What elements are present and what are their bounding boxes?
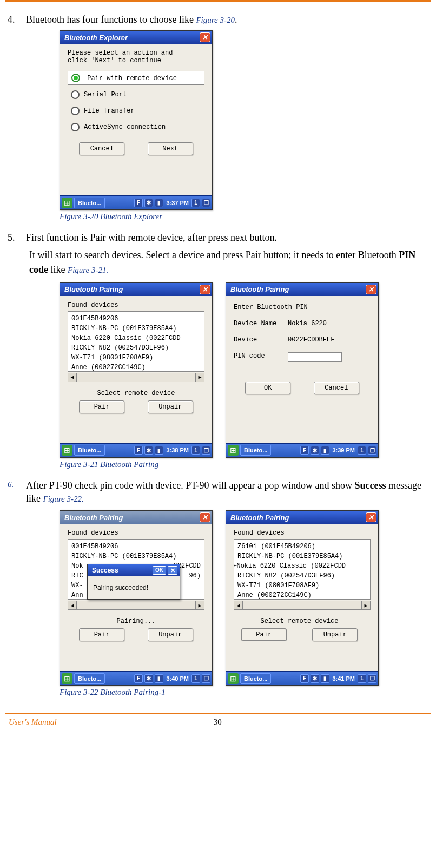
one-icon[interactable]: 1 (358, 674, 366, 683)
list-item[interactable]: RICKLY N82 (002547D3EF96) (71, 343, 201, 353)
close-icon[interactable]: ✕ (168, 566, 177, 575)
device-list[interactable]: 001E45B49206 RICKLY-NB-PC (001E379E85A4)… (68, 311, 204, 372)
window-titlebar[interactable]: Bluetooth Explorer ✕ (60, 31, 212, 44)
scroll-track[interactable] (77, 373, 195, 382)
windows-icon[interactable]: ❐ (368, 674, 376, 683)
close-icon[interactable]: ✕ (200, 32, 210, 42)
popup-titlebar[interactable]: Success OK ✕ (88, 564, 180, 576)
f-icon[interactable]: F (134, 199, 143, 207)
next-button[interactable]: Next (148, 142, 193, 155)
radio-icon[interactable] (71, 107, 80, 115)
pair-button[interactable]: Pair (79, 628, 124, 641)
radio-icon[interactable] (71, 90, 80, 99)
one-icon[interactable]: 1 (191, 199, 200, 207)
battery-icon[interactable]: ▮ (155, 674, 163, 683)
taskbar-app[interactable]: Blueto... (74, 673, 105, 684)
bluetooth-icon[interactable]: ✱ (144, 446, 153, 455)
option-row-selected[interactable]: Pair with remote device (68, 71, 204, 85)
one-icon[interactable]: 1 (191, 446, 200, 455)
bluetooth-icon[interactable]: ✱ (311, 674, 319, 683)
close-icon[interactable]: ✕ (366, 512, 376, 522)
battery-icon[interactable]: ▮ (155, 446, 163, 455)
battery-icon[interactable]: ▮ (155, 199, 163, 207)
h-scrollbar[interactable]: ◀ ▶ (234, 601, 371, 610)
taskbar-app[interactable]: Blueto... (240, 445, 271, 456)
scroll-left-icon[interactable]: ◀ (68, 373, 77, 382)
unpair-button[interactable]: Unpair (312, 628, 358, 641)
bluetooth-icon[interactable]: ✱ (144, 199, 153, 207)
bluetooth-icon[interactable]: ✱ (144, 674, 153, 683)
start-icon[interactable]: ⊞ (62, 445, 72, 456)
list-item[interactable]: WX-T71 (08001F708AF9) (237, 581, 367, 590)
cancel-button[interactable]: Cancel (79, 142, 124, 155)
scroll-right-icon[interactable]: ▶ (195, 601, 204, 610)
cancel-button[interactable]: Cancel (314, 382, 359, 394)
scroll-track[interactable] (243, 601, 361, 610)
taskbar[interactable]: ⊞ Blueto... F ✱ ▮ 3:41 PM 1 ❐ (226, 671, 378, 685)
list-item[interactable]: 001E45B49206 (71, 542, 201, 551)
windows-icon[interactable]: ❐ (202, 446, 210, 455)
battery-icon[interactable]: ▮ (321, 446, 329, 455)
battery-icon[interactable]: ▮ (321, 674, 329, 683)
one-icon[interactable]: 1 (191, 674, 200, 683)
taskbar-app[interactable]: Blueto... (240, 673, 271, 684)
popup-ok-button[interactable]: OK (153, 566, 166, 575)
taskbar[interactable]: ⊞ Blueto... F ✱ ▮ 3:39 PM 1 ❐ (226, 443, 378, 457)
window-titlebar[interactable]: Bluetooth Pairing ✕ (226, 283, 378, 296)
scroll-right-icon[interactable]: ▶ (195, 373, 204, 382)
window-titlebar[interactable]: Bluetooth Pairing ✕ (226, 511, 378, 524)
taskbar-app[interactable]: Blueto... (74, 198, 105, 208)
option-row[interactable]: ActiveSync connection (71, 123, 204, 131)
unpair-button[interactable]: Unpair (148, 628, 193, 641)
windows-icon[interactable]: ❐ (202, 199, 210, 207)
pair-button[interactable]: Pair (241, 628, 287, 641)
pair-button[interactable]: Pair (79, 400, 124, 413)
windows-icon[interactable]: ❐ (202, 674, 210, 683)
taskbar[interactable]: ⊞ Blueto... F ✱ ▮ 3:37 PM 1 ❐ (60, 195, 212, 209)
list-item[interactable]: Nokia 6220 Classic (0022FCDD (71, 333, 201, 343)
taskbar[interactable]: ⊞ Blueto... F ✱ ▮ 3:40 PM 1 ❐ (60, 671, 212, 685)
window-titlebar[interactable]: Bluetooth Pairing ✕ (60, 511, 212, 524)
list-item[interactable]: RICKLY-NB-PC (001E379E85A4) (237, 551, 367, 561)
radio-icon[interactable] (71, 123, 80, 131)
h-scrollbar[interactable]: ◀ ▶ (68, 601, 204, 610)
pin-code-input[interactable] (288, 352, 342, 362)
start-icon[interactable]: ⊞ (62, 198, 72, 208)
scroll-right-icon[interactable]: ▶ (361, 601, 371, 610)
unpair-button[interactable]: Unpair (148, 400, 193, 413)
windows-icon[interactable]: ❐ (368, 446, 376, 455)
one-icon[interactable]: 1 (358, 446, 366, 455)
list-item-paired[interactable]: O⟜Nokia 6220 Classic (0022FCDD (234, 561, 367, 571)
f-icon[interactable]: F (134, 446, 143, 455)
close-icon[interactable]: ✕ (366, 285, 376, 294)
list-item[interactable]: RICKLY-NB-PC (001E379E85A4) (71, 551, 201, 561)
f-icon[interactable]: F (134, 674, 143, 683)
list-item[interactable]: 001E45B49206 (71, 314, 201, 324)
scroll-left-icon[interactable]: ◀ (234, 601, 243, 610)
start-icon[interactable]: ⊞ (228, 445, 239, 456)
f-icon[interactable]: F (300, 674, 309, 683)
h-scrollbar[interactable]: ◀ ▶ (68, 373, 204, 382)
option-row[interactable]: Serial Port (71, 90, 204, 99)
f-icon[interactable]: F (300, 446, 309, 455)
window-titlebar[interactable]: Bluetooth Pairing ✕ (60, 283, 212, 296)
ok-button[interactable]: OK (245, 382, 290, 394)
start-icon[interactable]: ⊞ (228, 673, 239, 684)
taskbar-app[interactable]: Blueto... (74, 445, 105, 456)
list-item[interactable]: RICKLY N82 (002547D3EF96) (237, 571, 367, 581)
option-row[interactable]: File Transfer (71, 107, 204, 115)
list-item[interactable]: WX-T71 (08001F708AF9) (71, 353, 201, 363)
device-list[interactable]: Z610i (001E45B49206) RICKLY-NB-PC (001E3… (234, 539, 371, 600)
list-item[interactable]: RICKLY-NB-PC (001E379E85A4) (71, 324, 201, 333)
list-item[interactable]: Anne (000272CC149C) (71, 363, 201, 372)
close-icon[interactable]: ✕ (200, 285, 210, 294)
close-icon[interactable]: ✕ (200, 512, 210, 522)
start-icon[interactable]: ⊞ (62, 673, 72, 684)
bluetooth-icon[interactable]: ✱ (311, 446, 319, 455)
scroll-track[interactable] (77, 601, 195, 610)
radio-icon[interactable] (71, 74, 80, 82)
list-item[interactable]: Anne (000272CC149C) (237, 590, 367, 600)
scroll-left-icon[interactable]: ◀ (68, 601, 77, 610)
taskbar[interactable]: ⊞ Blueto... F ✱ ▮ 3:38 PM 1 ❐ (60, 443, 212, 457)
list-item[interactable]: Z610i (001E45B49206) (237, 542, 367, 551)
